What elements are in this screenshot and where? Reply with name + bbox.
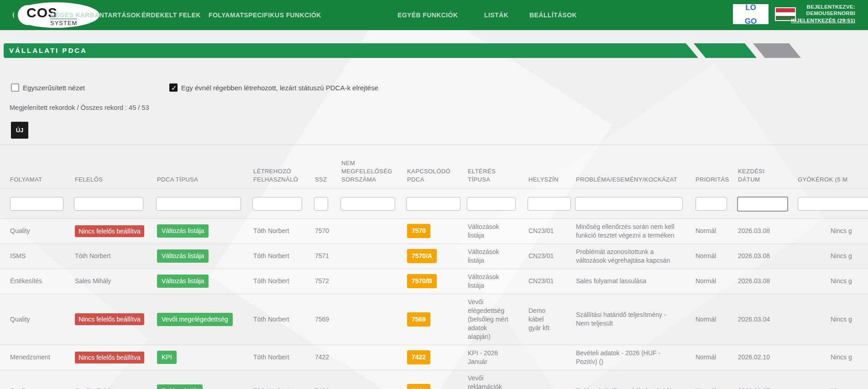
table-header-row: FOLYAMAT FELELŐS PDCA TÍPUSA LÉTREHOZÓ F… bbox=[0, 145, 868, 188]
cell-kezdesi: 2026.03.04 bbox=[727, 294, 776, 345]
col-header-letrehozo-felhasznalo[interactable]: LÉTREHOZÓ FELHASZNÁLÓ bbox=[242, 145, 304, 188]
logout-link[interactable]: KIJELENTKEZÉS (29:51) bbox=[791, 17, 855, 24]
cell-gyokerok: Nincs g bbox=[776, 218, 868, 244]
cell-ssz: 7421 bbox=[304, 370, 330, 389]
nav-item-beallitasok[interactable]: BEÁLLÍTÁSOK bbox=[529, 0, 577, 30]
cell-kapcsolodo: 7569 bbox=[396, 294, 457, 345]
page-banner: VÁLLALATI PDCA bbox=[0, 43, 868, 58]
cell-nem_megfeleloseg bbox=[330, 370, 396, 389]
nav-item-egyeb-funkciok[interactable]: EGYÉB FUNKCIÓK bbox=[397, 0, 458, 30]
filter-gyokerok-input[interactable] bbox=[798, 197, 868, 211]
filter-elteres-input[interactable] bbox=[467, 197, 516, 211]
page-title: VÁLLALATI PDCA bbox=[9, 43, 87, 58]
records-summary: Megjelenített rekordok / Összes rekord :… bbox=[10, 104, 868, 111]
cell-nem_megfeleloseg bbox=[330, 218, 396, 244]
col-header-kapcsolodo-pdca[interactable]: KAPCSOLÓDÓ PDCA bbox=[396, 145, 457, 188]
cell-problema: Bevételi adatok - 2026 (HUF - Pozitív) (… bbox=[565, 345, 689, 370]
col-header-problema-esemeny-kockazat[interactable]: PROBLÉMA/ESEMÉNY/KOCKÁZAT bbox=[565, 145, 689, 188]
cell-problema: Reklamáció (Demo kábel gyár kft) bbox=[565, 370, 689, 389]
cell-pdca_tipusa: Reklamációk bbox=[146, 370, 242, 389]
nav-item-listak[interactable]: LISTÁK bbox=[484, 0, 508, 30]
filter-kapcsolodo-input[interactable] bbox=[406, 197, 460, 211]
banner-bar: VÁLLALATI PDCA bbox=[4, 43, 702, 58]
cell-ssz: 7570 bbox=[304, 218, 330, 244]
col-header-felelos[interactable]: FELELŐS bbox=[64, 145, 146, 188]
related-pdca-badge[interactable]: 7570/B bbox=[407, 274, 437, 288]
pdca-type-badge: Változás listája bbox=[157, 249, 209, 263]
related-pdca-badge[interactable]: 7570 bbox=[407, 224, 430, 238]
pdca-type-badge: Változás listája bbox=[157, 275, 209, 288]
pdca-table-row[interactable]: MenedzsmentNincs felelős beállítvaKPITót… bbox=[0, 345, 868, 370]
related-pdca-badge[interactable]: 7570/A bbox=[407, 249, 437, 263]
pdca-table: FOLYAMAT FELELŐS PDCA TÍPUSA LÉTREHOZÓ F… bbox=[0, 145, 868, 389]
pdca-table-row[interactable]: QualityQuality ZoltánReklamációkTóth Nor… bbox=[0, 370, 868, 389]
cell-pdca_tipusa: Változás listája bbox=[146, 269, 242, 294]
session-timer: (29:51) bbox=[837, 18, 855, 23]
cell-problema: Sales folyamat lassulása bbox=[565, 269, 689, 294]
simplified-view-label: Egyszerűsített nézet bbox=[23, 84, 85, 92]
related-pdca-badge[interactable]: 7422 bbox=[407, 350, 430, 364]
col-header-helyszin[interactable]: HELYSZÍN bbox=[518, 145, 565, 188]
cell-felelos: Tóth Norbert bbox=[64, 244, 146, 269]
related-pdca-badge[interactable]: 7421 bbox=[407, 384, 430, 389]
filter-folyamat-input[interactable] bbox=[10, 197, 63, 211]
cell-folyamat: Menedzsment bbox=[0, 345, 64, 370]
cell-prioritas: Normál bbox=[689, 345, 727, 370]
nav-item-erdekelt-felek[interactable]: ÉRDEKELT FELEK bbox=[141, 0, 201, 30]
cell-felelos: Sales Mihály bbox=[64, 269, 146, 294]
col-header-gyokerok[interactable]: GYÖKÉROK (5 M bbox=[776, 145, 868, 188]
simplified-view-checkbox[interactable] bbox=[11, 83, 19, 92]
cell-nem_megfeleloseg bbox=[330, 244, 396, 269]
filter-felelos-input[interactable] bbox=[74, 197, 143, 211]
nav-item-folyamatspecifikus-funkciok[interactable]: FOLYAMATSPECIFIKUS FUNKCIÓK bbox=[209, 0, 321, 30]
pdca-table-row[interactable]: ÉrtékesítésSales MihályVáltozás listájaT… bbox=[0, 269, 868, 294]
cell-folyamat: Quality bbox=[0, 370, 64, 389]
pdca-type-badge: Vevői megelégedettség bbox=[157, 313, 233, 326]
col-header-pdca-tipusa[interactable]: PDCA TÍPUSA bbox=[146, 145, 242, 188]
col-header-ssz[interactable]: SSZ bbox=[304, 145, 330, 188]
cell-prioritas: Normál bbox=[689, 218, 727, 244]
cell-helyszin bbox=[518, 345, 565, 370]
cell-helyszin: CN23/01 bbox=[518, 269, 565, 294]
col-header-kezdesi-datum[interactable]: KEZDÉSI DÁTUM bbox=[727, 145, 776, 188]
col-header-prioritas[interactable]: PRIORITÁS bbox=[689, 145, 727, 188]
col-header-nem-megfeleloseg-sorszama[interactable]: NEM MEGFELELŐSÉG SORSZÁMA bbox=[330, 145, 396, 188]
cell-kapcsolodo: 7570 bbox=[396, 218, 457, 244]
cell-elteres: Változások listája bbox=[457, 218, 518, 244]
filter-nem-megfeleloseg-input[interactable] bbox=[340, 197, 395, 211]
no-responsible-badge: Nincs felelős beállítva bbox=[75, 225, 144, 237]
cell-kapcsolodo: 7570/A bbox=[396, 244, 457, 269]
cell-nem_megfeleloseg bbox=[330, 269, 396, 294]
banner-decoration-green bbox=[694, 43, 757, 58]
filter-pdca-tipusa-input[interactable] bbox=[156, 197, 241, 211]
new-button[interactable]: ÚJ bbox=[11, 122, 28, 139]
cell-felelos: Quality Zoltán bbox=[64, 370, 146, 389]
nav-item-ceges-karbantartasok[interactable]: CÉGES KARBANTARTÁSOK bbox=[50, 0, 141, 30]
col-header-elteres-tipusa[interactable]: ELTÉRÉS TÍPUSA bbox=[457, 145, 518, 188]
filter-problema-input[interactable] bbox=[575, 197, 683, 211]
cell-elteres: Változások listája bbox=[457, 244, 518, 269]
cell-pdca_tipusa: KPI bbox=[146, 345, 242, 370]
no-responsible-badge: Nincs felelős beállítva bbox=[75, 352, 144, 363]
logged-in-label: BEJELENTKEZVE: bbox=[791, 4, 855, 10]
cell-prioritas: Normál bbox=[689, 370, 727, 389]
cell-letrehozo: Tóth Norbert bbox=[242, 294, 304, 345]
logo-box-line2: GO bbox=[745, 18, 757, 25]
related-pdca-badge[interactable]: 7569 bbox=[407, 312, 430, 327]
cell-nem_megfeleloseg bbox=[330, 345, 396, 370]
cell-helyszin: Demo kábel gyár kft bbox=[518, 294, 565, 345]
cell-folyamat: Quality bbox=[0, 294, 64, 345]
pdca-table-row[interactable]: QualityNincs felelős beállítvaVáltozás l… bbox=[0, 218, 868, 244]
filter-ssz-input[interactable] bbox=[314, 197, 328, 211]
filter-helyszin-input[interactable] bbox=[528, 197, 571, 211]
filter-letrehozo-input[interactable] bbox=[252, 197, 302, 211]
filter-prioritas-input[interactable] bbox=[695, 197, 727, 211]
col-header-folyamat[interactable]: FOLYAMAT bbox=[0, 145, 64, 188]
company-logo-placeholder[interactable]: LO GO bbox=[733, 4, 769, 24]
pdca-table-row[interactable]: QualityNincs felelős beállítvaVevői mege… bbox=[0, 294, 868, 345]
cell-kapcsolodo: 7421 bbox=[396, 370, 457, 389]
pdca-table-row[interactable]: ISMSTóth NorbertVáltozás listájaTóth Nor… bbox=[0, 244, 868, 269]
hide-old-checkbox[interactable] bbox=[169, 83, 178, 92]
cell-ssz: 7571 bbox=[304, 244, 330, 269]
no-responsible-badge: Nincs felelős beállítva bbox=[75, 313, 144, 325]
